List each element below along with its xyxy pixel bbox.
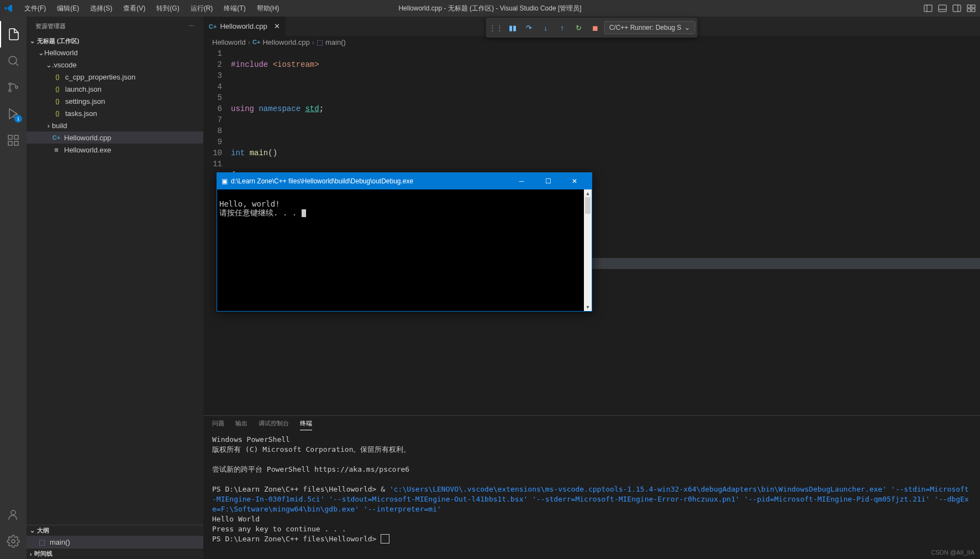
activity-source-control[interactable] [0, 74, 27, 101]
menu-view[interactable]: 查看(V) [119, 2, 150, 15]
debug-pause-button[interactable]: ▮▮ [505, 20, 520, 35]
terminal-line: Windows PowerShell [212, 435, 971, 445]
activity-explorer[interactable] [0, 21, 27, 48]
activity-extensions[interactable] [0, 127, 27, 154]
outline-item-main[interactable]: ⬚ main() [27, 536, 203, 548]
toggle-panel-bottom-icon[interactable] [938, 4, 947, 13]
outline-title: 大纲 [37, 526, 49, 535]
search-icon [7, 54, 20, 67]
tree-file-cpp-props[interactable]: {} c_cpp_properties.json [27, 71, 203, 83]
svg-line-11 [15, 63, 18, 66]
panel-tab-debug-console[interactable]: 调试控制台 [259, 419, 289, 430]
debug-stop-button[interactable]: ◼ [588, 20, 603, 35]
debug-toolbar[interactable]: ⋮⋮ ▮▮ ↷ ↓ ↑ ↻ ◼ C/C++ Runner: Debug S ⌄ [486, 18, 698, 38]
menu-run[interactable]: 运行(R) [186, 2, 218, 15]
terminal-content[interactable]: Windows PowerShell 版权所有 (C) Microsoft Co… [203, 430, 980, 559]
console-close-button[interactable]: ✕ [562, 173, 587, 189]
panel-tab-terminal[interactable]: 终端 [300, 419, 312, 430]
debug-restart-button[interactable]: ↻ [571, 20, 587, 35]
timeline-header[interactable]: › 时间线 [27, 549, 203, 559]
customize-layout-icon[interactable] [967, 4, 976, 13]
panel-tab-problems[interactable]: 问题 [212, 419, 224, 430]
tree-folder-vscode[interactable]: ⌄ .vscode [27, 59, 203, 71]
terminal-line: Hello World [212, 514, 971, 524]
titlebar: 文件(F) 编辑(E) 选择(S) 查看(V) 转到(G) 运行(R) 终端(T… [0, 0, 980, 17]
console-scrollbar[interactable]: ▲ ▼ [584, 189, 592, 311]
tab-helloworld-cpp[interactable]: C+ Helloworld.cpp ✕ [203, 17, 286, 36]
outline-header[interactable]: ⌄ 大纲 [27, 525, 203, 536]
menu-file[interactable]: 文件(F) [20, 2, 50, 15]
tree-file-tasks[interactable]: {} tasks.json [27, 107, 203, 119]
breadcrumb-file[interactable]: C+ Helloworld.cpp [252, 38, 310, 46]
cmd-icon: ▣ [222, 177, 228, 185]
debug-drag-handle-icon[interactable]: ⋮⋮ [488, 20, 504, 35]
menu-terminal[interactable]: 终端(T) [219, 2, 250, 15]
toggle-panel-left-icon[interactable] [924, 4, 932, 13]
activity-account[interactable] [0, 502, 27, 528]
outline-label: main() [50, 538, 70, 546]
scroll-down-arrow-icon[interactable]: ▼ [584, 303, 592, 311]
tab-label: Helloworld.cpp [220, 22, 267, 30]
toggle-panel-right-icon[interactable] [952, 4, 961, 13]
svg-rect-2 [939, 5, 946, 12]
tree-file-helloworld-cpp[interactable]: C+ Helloworld.cpp [27, 131, 203, 144]
chevron-down-icon: ⌄ [684, 24, 690, 31]
debug-config-label: C/C++ Runner: Debug S [609, 24, 682, 31]
terminal-line [212, 455, 971, 465]
tree-file-settings[interactable]: {} settings.json [27, 95, 203, 107]
file-tree: ⌄ Helloworld ⌄ .vscode {} c_cpp_properti… [27, 46, 203, 525]
menu-bar: 文件(F) 编辑(E) 选择(S) 查看(V) 转到(G) 运行(R) 终端(T… [20, 2, 283, 15]
chevron-down-icon: ⌄ [30, 38, 35, 45]
json-icon: {} [53, 85, 62, 93]
tree-label: settings.json [65, 97, 105, 106]
console-window[interactable]: ▣ d:\Learn Zone\C++ files\Helloworld\bui… [217, 172, 592, 312]
breadcrumb-folder[interactable]: Helloworld [212, 38, 246, 46]
console-body[interactable]: Hello, world! 请按任意键继续. . . ▲ ▼ [217, 189, 592, 311]
menu-go[interactable]: 转到(G) [152, 2, 183, 15]
workspace-section[interactable]: ⌄ 无标题 (工作区) [27, 36, 203, 46]
menu-edit[interactable]: 编辑(E) [52, 2, 83, 15]
svg-point-12 [9, 83, 11, 85]
console-minimize-button[interactable]: ─ [509, 173, 534, 189]
terminal-line [212, 474, 971, 484]
tree-folder-build[interactable]: › build [27, 119, 203, 131]
chevron-down-icon: ⌄ [38, 49, 44, 57]
binary-file-icon: ≡ [52, 145, 61, 154]
panel-tab-output[interactable]: 输出 [235, 419, 247, 430]
tree-file-launch[interactable]: {} launch.json [27, 83, 203, 95]
svg-point-13 [9, 89, 11, 92]
svg-point-21 [11, 510, 15, 515]
account-icon [7, 508, 20, 521]
tree-label: Helloworld.cpp [64, 134, 111, 142]
svg-point-10 [9, 56, 17, 64]
tree-folder-root[interactable]: ⌄ Helloworld [27, 46, 203, 59]
debug-step-out-button[interactable]: ↑ [555, 20, 570, 35]
svg-rect-7 [972, 5, 975, 8]
activity-settings[interactable] [0, 528, 27, 555]
debug-config-dropdown[interactable]: C/C++ Runner: Debug S ⌄ [604, 21, 696, 34]
activity-run-debug[interactable]: 1 [0, 101, 27, 127]
scroll-up-arrow-icon[interactable]: ▲ [584, 189, 592, 197]
panel-tabs: 问题 输出 调试控制台 终端 [203, 416, 980, 430]
menu-select[interactable]: 选择(S) [86, 2, 117, 15]
menu-help[interactable]: 帮助(H) [252, 2, 284, 15]
console-maximize-button[interactable]: ☐ [535, 173, 561, 189]
breadcrumb-symbol[interactable]: ⬚ main() [317, 38, 346, 46]
tree-label: .vscode [52, 61, 77, 69]
activity-search[interactable] [0, 48, 27, 74]
scrollbar-thumb[interactable] [585, 197, 591, 214]
chevron-right-icon: › [312, 38, 314, 46]
close-tab-icon[interactable]: ✕ [274, 22, 280, 30]
debug-step-into-button[interactable]: ↓ [538, 20, 554, 35]
cursor-icon [302, 209, 306, 217]
tree-file-helloworld-exe[interactable]: ≡ Helloworld.exe [27, 144, 203, 156]
debug-step-over-button[interactable]: ↷ [521, 20, 537, 35]
svg-rect-20 [14, 141, 18, 145]
window-title: Helloworld.cpp - 无标题 (工作区) - Visual Stud… [398, 4, 581, 13]
sidebar-more-icon[interactable]: ⋯ [188, 23, 194, 30]
svg-rect-18 [14, 135, 18, 139]
panel: 问题 输出 调试控制台 终端 Windows PowerShell 版权所有 (… [203, 415, 980, 559]
console-titlebar[interactable]: ▣ d:\Learn Zone\C++ files\Helloworld\bui… [217, 173, 592, 189]
svg-rect-0 [924, 5, 932, 12]
timeline-section: › 时间线 [27, 548, 203, 559]
